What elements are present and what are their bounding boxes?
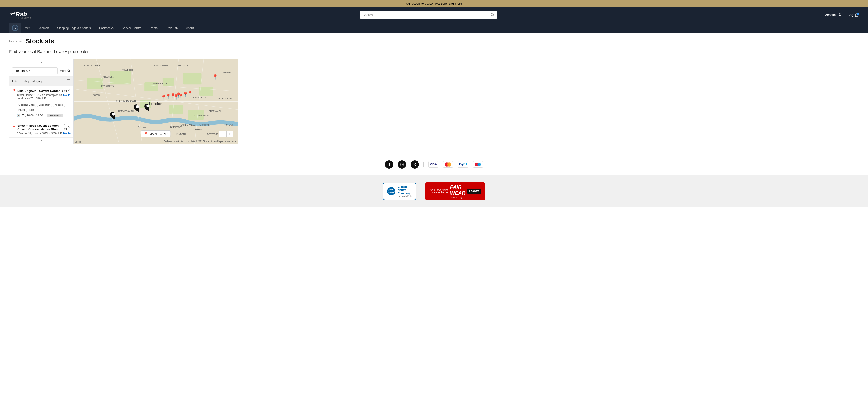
svg-text:London: London [149, 102, 162, 106]
maestro-circle2 [477, 163, 481, 166]
stockist-layout: ▲ More Filter by shop category [9, 59, 238, 144]
store-item[interactable]: 📍 Ellis Brigham - Covent Garden 1 mi [9, 86, 73, 121]
climate-icon [387, 187, 395, 195]
more-button[interactable]: More [60, 69, 70, 72]
store-closed-badge: Now closed [47, 114, 63, 117]
map-legend: 📍 MAP LEGEND [141, 130, 170, 137]
map-attribution-text: Map data ©2023 Terms of Use Report a map… [186, 140, 237, 143]
fair-wear-url: fairwear.org [450, 196, 465, 199]
search-input[interactable] [363, 13, 489, 17]
map-legend-pin-icon: 📍 [144, 132, 148, 136]
instagram-icon[interactable] [398, 160, 406, 169]
store-address-row: 4 Mercer St, London WC2H 9QA, UK Route [12, 132, 70, 137]
more-label: More [60, 69, 66, 72]
account-icon [838, 13, 842, 17]
nav-rab-lab[interactable]: Rab Lab [163, 23, 181, 33]
store-hours: Th, 10:00 - 19:00 h [22, 114, 45, 117]
mc-circle-orange [447, 163, 451, 167]
svg-text:📍: 📍 [212, 74, 218, 80]
nav-rental[interactable]: Rental [146, 23, 162, 33]
map-container[interactable]: London STRATFORD HACKNEY WEMBLEY AREA MA… [73, 59, 238, 144]
map-zoom-minus[interactable]: − [219, 131, 226, 137]
breadcrumb-home[interactable]: Home [9, 40, 17, 43]
svg-text:LA: LA [14, 28, 16, 29]
svg-rect-19 [183, 73, 202, 84]
store-name: Snow + Rock Covent London - Covent Garde… [18, 124, 64, 131]
scroll-up-arrow[interactable]: ▲ [40, 60, 43, 64]
nav-service-centre[interactable]: Service Centre [118, 23, 145, 33]
nav-backpacks[interactable]: Backpacks [95, 23, 117, 33]
left-panel: ▲ More Filter by shop category [9, 59, 73, 144]
facebook-icon[interactable] [385, 160, 393, 169]
location-search-input[interactable] [12, 67, 58, 74]
bag-button[interactable]: Bag 0 [848, 13, 859, 17]
store-location-icon [68, 125, 70, 129]
announcement-text: Our ascent to Carbon Net Zero [406, 2, 448, 5]
svg-text:Google: Google [75, 141, 81, 143]
store-pin-icon: 📍 [12, 89, 16, 93]
logo-area: Rab THE MOUNTAIN PEOPLE [9, 10, 32, 20]
filter-row[interactable]: Filter by shop category [9, 77, 73, 86]
nav-sleeping-bags[interactable]: Sleeping Bags & Shelters [54, 23, 95, 33]
paypal-label: Pay [459, 163, 463, 166]
climate-sub: by South Pole [398, 195, 412, 198]
nav-women[interactable]: Women [35, 23, 53, 33]
scroll-down-arrow[interactable]: ▼ [40, 139, 43, 142]
svg-text:ACTON: ACTON [93, 94, 100, 96]
map-zoom-controls: − + [219, 131, 234, 137]
svg-text:WILLESDEN: WILLESDEN [122, 69, 134, 71]
page-title: Stockists [26, 37, 54, 45]
svg-point-73 [403, 164, 403, 164]
svg-text:0: 0 [858, 13, 858, 15]
svg-line-11 [69, 71, 70, 72]
store-tag: Apparel [53, 103, 65, 107]
svg-rect-24 [169, 105, 183, 114]
account-button[interactable]: Account [825, 13, 842, 17]
svg-text:PECKHAM: PECKHAM [198, 124, 209, 126]
lowe-alpine-logo[interactable]: LA [9, 23, 21, 33]
svg-text:CAMBERWELL: CAMBERWELL [181, 124, 195, 126]
location-search-row: More [9, 65, 73, 77]
main-nav: Men Women Sleeping Bags & Shelters Backp… [21, 26, 197, 30]
nav-about[interactable]: About [182, 23, 197, 33]
svg-text:SHEPHERD'S BUSH: SHEPHERD'S BUSH [116, 100, 136, 102]
maestro-payment-icon [473, 161, 483, 168]
search-bar [360, 11, 497, 19]
store-distance: 1 mi [62, 89, 67, 93]
svg-text:CAMDEN TOWN: CAMDEN TOWN [153, 64, 168, 67]
svg-text:STRATFORD: STRATFORD [223, 71, 235, 73]
fair-wear-promo: Rab & Lowe Alpineare members of [429, 189, 448, 194]
store-tag: Run [28, 108, 35, 112]
fair-wear-main: FAIRWEAR [450, 184, 465, 196]
nav-men[interactable]: Men [21, 23, 34, 33]
store-tag: Sleeping Bags [17, 103, 36, 107]
store-tags: Sleeping Bags Expedition Apparel Packs R… [12, 103, 70, 112]
store-header: 📍 Ellis Brigham - Covent Garden 1 mi [12, 89, 70, 93]
store-address-row: Tower House, 10-12 Southampton St,London… [12, 94, 70, 102]
rab-logo[interactable]: Rab THE MOUNTAIN PEOPLE [9, 10, 32, 20]
twitter-icon[interactable] [411, 160, 419, 169]
svg-point-10 [68, 70, 70, 71]
svg-text:THE MOUNTAIN PEOPLE: THE MOUNTAIN PEOPLE [16, 17, 32, 19]
store-route-link[interactable]: Route [63, 132, 70, 135]
search-icon [491, 13, 494, 17]
svg-point-2 [491, 13, 494, 16]
keyboard-shortcuts-label[interactable]: Keyboard shortcuts [163, 140, 183, 143]
filter-label: Filter by shop category [12, 79, 42, 83]
svg-text:BATTERSEA: BATTERSEA [170, 126, 182, 128]
lowe-alpine-circle: LA [12, 25, 18, 31]
svg-text:Rab: Rab [16, 11, 27, 18]
svg-rect-20 [199, 87, 213, 96]
svg-text:SHOREDITCH: SHOREDITCH [192, 96, 206, 99]
clock-icon: 🕐 [17, 114, 20, 117]
svg-rect-71 [401, 163, 403, 166]
search-small-icon [67, 69, 70, 72]
svg-point-14 [68, 126, 70, 128]
footer-social: VISA PayPal [0, 153, 868, 175]
store-route-link[interactable]: Route [63, 94, 70, 97]
visa-payment-icon: VISA [428, 161, 438, 168]
svg-text:FULHAM: FULHAM [138, 126, 146, 128]
map-zoom-plus[interactable]: + [226, 131, 233, 137]
announcement-link[interactable]: read more [448, 2, 462, 5]
store-address: Tower House, 10-12 Southampton St,London… [12, 94, 63, 100]
